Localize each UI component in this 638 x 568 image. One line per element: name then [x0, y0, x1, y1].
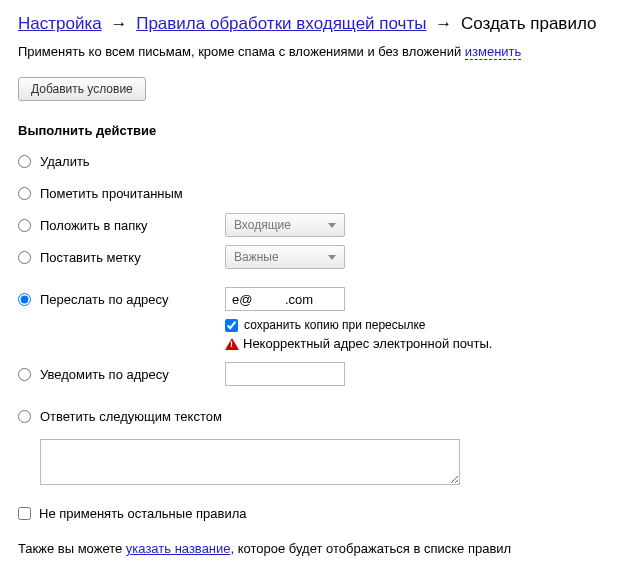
- perform-action-heading: Выполнить действие: [18, 123, 620, 138]
- action-delete-label: Удалить: [40, 154, 225, 169]
- invalid-email-text: Некорректный адрес электронной почты.: [243, 336, 492, 351]
- action-forward-label: Переслать по адресу: [40, 292, 225, 307]
- action-forward-radio[interactable]: [18, 293, 31, 306]
- keep-copy-checkbox[interactable]: [225, 319, 238, 332]
- arrow-icon: →: [435, 14, 452, 33]
- action-mark-read-radio[interactable]: [18, 187, 31, 200]
- breadcrumb-current: Создать правило: [461, 14, 597, 33]
- change-filter-link[interactable]: изменить: [465, 44, 522, 60]
- action-set-label-label: Поставить метку: [40, 250, 225, 265]
- no-other-rules-checkbox[interactable]: [18, 507, 31, 520]
- action-delete-radio[interactable]: [18, 155, 31, 168]
- breadcrumb-rules-link[interactable]: Правила обработки входящей почты: [136, 14, 426, 33]
- breadcrumb: Настройка → Правила обработки входящей п…: [18, 14, 620, 34]
- action-notify-radio[interactable]: [18, 368, 31, 381]
- apply-filter-text: Применять ко всем письмам, кроме спама с…: [18, 44, 465, 59]
- arrow-icon: →: [110, 14, 127, 33]
- warning-icon: [225, 338, 239, 350]
- action-move-folder-radio[interactable]: [18, 219, 31, 232]
- info-post: , которое будет отображаться в списке пр…: [231, 541, 512, 556]
- action-mark-read-label: Пометить прочитанным: [40, 186, 225, 201]
- forward-address-input[interactable]: [225, 287, 345, 311]
- folder-select-value: Входящие: [234, 218, 291, 232]
- action-move-folder-label: Положить в папку: [40, 218, 225, 233]
- action-set-label-radio[interactable]: [18, 251, 31, 264]
- label-select[interactable]: Важные: [225, 245, 345, 269]
- action-reply-radio[interactable]: [18, 410, 31, 423]
- info-pre: Также вы можете: [18, 541, 126, 556]
- notify-address-input[interactable]: [225, 362, 345, 386]
- keep-copy-label: сохранить копию при пересылке: [244, 318, 425, 332]
- chevron-down-icon: [328, 255, 336, 260]
- action-notify-label: Уведомить по адресу: [40, 367, 225, 382]
- rule-name-info: Также вы можете указать название, которо…: [18, 541, 620, 556]
- breadcrumb-settings-link[interactable]: Настройка: [18, 14, 102, 33]
- specify-name-link[interactable]: указать название: [126, 541, 231, 556]
- label-select-value: Важные: [234, 250, 279, 264]
- apply-filter-row: Применять ко всем письмам, кроме спама с…: [18, 44, 620, 59]
- chevron-down-icon: [328, 223, 336, 228]
- folder-select[interactable]: Входящие: [225, 213, 345, 237]
- add-condition-button[interactable]: Добавить условие: [18, 77, 146, 101]
- reply-text-input[interactable]: [40, 439, 460, 485]
- action-reply-label: Ответить следующим текстом: [40, 409, 222, 424]
- no-other-rules-label: Не применять остальные правила: [39, 506, 246, 521]
